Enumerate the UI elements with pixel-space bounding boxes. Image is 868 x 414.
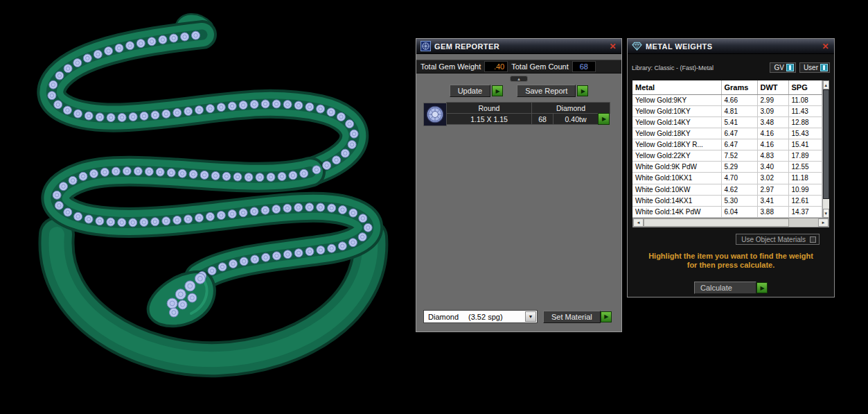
metal-cell-grams: 6.04 xyxy=(721,206,757,217)
metal-row[interactable]: Yellow Gold:14KY5.413.4812.88 xyxy=(632,117,822,128)
metal-cell-dwt: 3.41 xyxy=(757,195,788,206)
metal-row[interactable]: Yellow Gold:22KY7.524.8317.89 xyxy=(632,150,822,162)
metal-cell-spg: 10.99 xyxy=(788,184,822,195)
material-dropdown[interactable]: Diamond (3.52 spg) ▼ xyxy=(423,310,538,323)
use-object-materials-checkbox[interactable] xyxy=(810,236,816,243)
gem-summary-table: Round Diamond 1.15 X 1.15 68 0.40tw ▶ xyxy=(423,103,610,126)
gem-reporter-icon xyxy=(420,41,431,52)
metal-cell-dwt: 2.99 xyxy=(757,94,788,105)
metal-cell-grams: 5.41 xyxy=(721,117,757,128)
scroll-up-icon[interactable]: ▲ xyxy=(823,80,830,89)
metal-cell-metal: Yellow Gold:18KY xyxy=(632,128,721,139)
metal-cell-spg: 12.55 xyxy=(788,162,822,173)
metal-cell-spg: 11.43 xyxy=(788,105,822,117)
metal-cell-metal: White Gold:14KX1 xyxy=(632,195,721,206)
table-horizontal-scrollbar[interactable]: ◄ ► xyxy=(632,218,829,227)
metal-cell-dwt: 3.88 xyxy=(757,206,788,217)
metal-cell-metal: Yellow Gold:22KY xyxy=(632,150,721,162)
metal-table-header: Metal Grams DWT SPG xyxy=(632,80,822,94)
metal-row[interactable]: Yellow Gold:18KY R...6.474.1615.41 xyxy=(632,139,822,150)
metal-weights-icon xyxy=(631,41,642,52)
calculate-row: Calculate ▶ xyxy=(628,282,834,294)
metal-cell-dwt: 4.16 xyxy=(757,139,788,150)
metal-cell-dwt: 2.97 xyxy=(757,184,788,195)
user-button[interactable]: User xyxy=(799,62,830,73)
metal-row[interactable]: White Gold:14KX15.303.4112.61 xyxy=(632,195,822,206)
metal-cell-dwt: 4.16 xyxy=(757,128,788,139)
metal-cell-grams: 4.81 xyxy=(721,105,757,117)
save-report-button[interactable]: Save Report xyxy=(517,85,576,97)
metal-cell-dwt: 3.02 xyxy=(757,173,788,184)
metal-row[interactable]: White Gold:10KX14.703.0211.18 xyxy=(632,173,822,184)
report-actions-row: Update ▶ Save Report ▶ xyxy=(416,85,621,97)
metal-cell-grams: 6.47 xyxy=(721,128,757,139)
gem-count-cell[interactable]: 68 xyxy=(531,113,553,125)
metal-row[interactable]: Yellow Gold:18KY6.474.1615.43 xyxy=(632,128,822,139)
metal-cell-spg: 17.89 xyxy=(788,150,822,162)
ring-3d-render[interactable] xyxy=(0,0,416,414)
metal-cell-grams: 5.29 xyxy=(721,162,757,173)
update-button[interactable]: Update xyxy=(450,85,490,97)
metal-cell-spg: 15.43 xyxy=(788,128,822,139)
snake-ring-model xyxy=(51,19,370,359)
dwt-column-header: DWT xyxy=(757,80,788,94)
update-go-icon[interactable]: ▶ xyxy=(492,85,503,96)
table-vertical-scrollbar[interactable]: ▲ ▼ xyxy=(822,80,830,218)
metal-cell-spg: 12.88 xyxy=(788,117,822,128)
metal-weights-title: METAL WEIGHTS xyxy=(646,42,817,51)
metal-row[interactable]: Yellow Gold:9KY4.662.9911.08 xyxy=(632,94,822,105)
spg-column-header: SPG xyxy=(788,80,822,94)
gem-size-cell[interactable]: 1.15 X 1.15 xyxy=(446,113,532,125)
metal-cell-metal: Yellow Gold:18KY R... xyxy=(632,139,721,150)
metal-row[interactable]: White Gold:9K PdW5.293.4012.55 xyxy=(632,162,822,173)
scroll-left-icon[interactable]: ◄ xyxy=(633,218,644,227)
metal-cell-metal: Yellow Gold:9KY xyxy=(632,94,721,105)
instruction-text: Highlight the item you want to find the … xyxy=(628,252,834,270)
set-material-go-icon[interactable]: ▶ xyxy=(601,311,612,322)
set-material-button[interactable]: Set Material xyxy=(543,311,601,323)
scroll-right-icon[interactable]: ► xyxy=(818,218,829,227)
metal-weights-titlebar[interactable]: METAL WEIGHTS ✕ xyxy=(628,39,834,54)
metal-cell-grams: 6.47 xyxy=(721,139,757,150)
metal-cell-metal: White Gold:10KW xyxy=(632,184,721,195)
close-icon[interactable]: ✕ xyxy=(820,42,831,51)
scroll-down-icon[interactable]: ▼ xyxy=(823,209,830,218)
save-report-go-icon[interactable]: ▶ xyxy=(577,85,588,96)
type-header-cell: Diamond xyxy=(531,102,610,114)
metal-row[interactable]: White Gold:10KW4.622.9710.99 xyxy=(632,184,822,195)
gem-row-go-icon[interactable]: ▶ xyxy=(598,113,610,125)
app-viewport: GEM REPORTER ✕ Total Gem Weight .40 Tota… xyxy=(0,0,868,414)
metal-cell-grams: 4.62 xyxy=(721,184,757,195)
grams-column-header: Grams xyxy=(721,80,757,94)
metal-cell-dwt: 4.83 xyxy=(757,150,788,162)
horizontal-scroll-thumb[interactable] xyxy=(644,218,789,227)
metal-row[interactable]: White Gold:14K PdW6.043.8814.37 xyxy=(632,206,822,217)
vertical-scroll-thumb[interactable] xyxy=(823,89,830,199)
collapse-handle[interactable]: ▴ xyxy=(510,76,528,82)
gem-totals-bar: Total Gem Weight .40 Total Gem Count 68 xyxy=(416,60,621,74)
metal-cell-metal: Yellow Gold:14KY xyxy=(632,117,721,128)
metal-cell-metal: White Gold:14K PdW xyxy=(632,206,721,217)
metal-cell-grams: 4.70 xyxy=(721,173,757,184)
metal-row[interactable]: Yellow Gold:10KY4.813.0911.43 xyxy=(632,105,822,117)
calculate-go-icon[interactable]: ▶ xyxy=(756,282,768,293)
metal-cell-dwt: 3.09 xyxy=(757,105,788,117)
total-gem-count-value[interactable]: 68 xyxy=(572,61,596,72)
dropdown-arrow-icon[interactable]: ▼ xyxy=(525,311,536,322)
gv-button[interactable]: GV xyxy=(770,62,795,73)
use-object-materials-button[interactable]: Use Object Materials xyxy=(736,234,820,245)
metal-cell-spg: 14.37 xyxy=(788,206,822,217)
total-gem-weight-value[interactable]: .40 xyxy=(484,61,508,72)
metal-weights-panel: METAL WEIGHTS ✕ Library: Classic - (Fast… xyxy=(627,38,835,297)
metal-cell-grams: 7.52 xyxy=(721,150,757,162)
shape-header-cell: Round xyxy=(446,102,532,114)
material-row: Diamond (3.52 spg) ▼ Set Material ▶ xyxy=(423,310,614,323)
gem-thumbnail[interactable] xyxy=(423,103,447,126)
gem-reporter-titlebar[interactable]: GEM REPORTER ✕ xyxy=(416,39,621,54)
gem-weight-cell[interactable]: 0.40tw xyxy=(553,113,599,125)
close-icon[interactable]: ✕ xyxy=(608,42,618,51)
calculate-button[interactable]: Calculate xyxy=(694,282,756,294)
metal-table-body: Yellow Gold:9KY4.662.9911.08Yellow Gold:… xyxy=(632,94,822,218)
metal-table: Metal Grams DWT SPG Yellow Gold:9KY4.662… xyxy=(632,80,829,218)
gv-icon xyxy=(786,64,794,71)
